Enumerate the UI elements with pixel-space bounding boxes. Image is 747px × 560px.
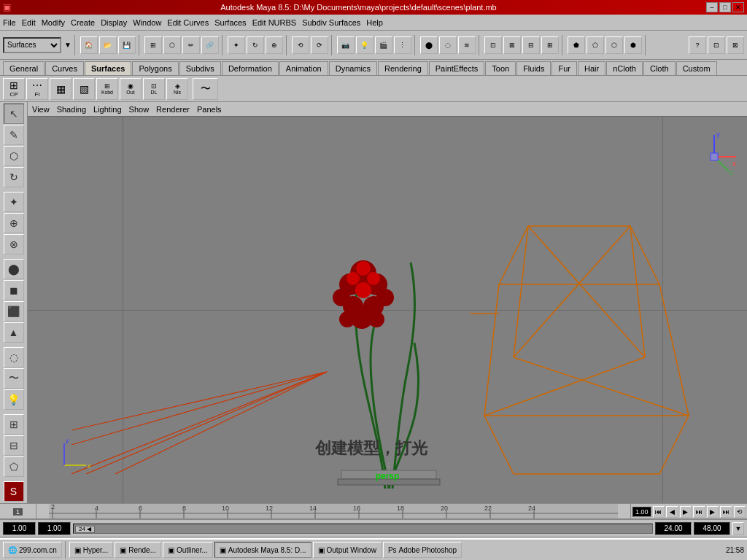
- tb-scale-button[interactable]: ⊕: [266, 36, 283, 54]
- tb-icon6[interactable]: ⬠: [587, 36, 604, 54]
- tl-next-key[interactable]: ⏭: [693, 506, 705, 518]
- range-menu-button[interactable]: ▼: [732, 522, 744, 535]
- lt-scale-button[interactable]: ⊕: [4, 213, 24, 233]
- tab-toon[interactable]: Toon: [485, 61, 516, 75]
- tb2-cp-button[interactable]: ⊞CP: [3, 78, 25, 100]
- taskbar-render[interactable]: ▣ Rende...: [115, 542, 161, 558]
- taskbar-hypershade[interactable]: ▣ Hyper...: [69, 542, 113, 558]
- tb-icon4[interactable]: ⊞: [541, 36, 559, 54]
- lt-cone-button[interactable]: ▲: [4, 322, 24, 343]
- tb-snap-button[interactable]: 🔗: [201, 36, 219, 54]
- tab-fur[interactable]: Fur: [551, 61, 577, 75]
- tab-rendering[interactable]: Rendering: [378, 61, 428, 75]
- viewport[interactable]: ViewShadingLightingShowRendererPanels y …: [28, 102, 747, 503]
- menu-item-file[interactable]: File: [3, 18, 16, 27]
- tab-general[interactable]: General: [3, 61, 44, 75]
- ruler-area[interactable]: 2 4 6 8 10 12 14 16 18 20 22 24: [36, 503, 630, 519]
- menu-item-edit-nurbs[interactable]: Edit NURBS: [252, 18, 297, 27]
- menu-item-edit[interactable]: Edit: [22, 18, 36, 27]
- tl-next-frame[interactable]: ▶: [680, 506, 692, 518]
- tab-hair[interactable]: Hair: [578, 61, 605, 75]
- frame-indicator[interactable]: 24 ◀: [75, 526, 95, 533]
- lt-lasso-button[interactable]: ⬡: [4, 146, 24, 166]
- tab-fluids[interactable]: Fluids: [516, 61, 551, 75]
- tl-prev-frame[interactable]: ◀: [666, 506, 678, 518]
- tab-surfaces[interactable]: Surfaces: [85, 61, 131, 75]
- tb-paint-button[interactable]: ✏: [182, 36, 200, 54]
- tb-grid-button[interactable]: ⋮: [394, 36, 411, 54]
- menu-item-display[interactable]: Display: [101, 18, 127, 27]
- start-button[interactable]: 🌐 299.com.cn: [3, 542, 62, 558]
- timeline-ruler[interactable]: 1 2 4 6 8 10 12 14 16 18 20: [0, 503, 747, 519]
- tb-home-button[interactable]: 🏠: [80, 36, 98, 54]
- minimize-button[interactable]: –: [706, 2, 718, 12]
- vp-menu-lighting[interactable]: Lighting: [93, 105, 122, 114]
- tab-ncloth[interactable]: nCloth: [606, 61, 643, 75]
- tb-icon7[interactable]: ⬡: [605, 36, 623, 54]
- tab-animation[interactable]: Animation: [279, 61, 328, 75]
- vp-menu-shading[interactable]: Shading: [57, 105, 86, 114]
- tb-render-button[interactable]: 🎬: [375, 36, 392, 54]
- tb-icon5[interactable]: ⬟: [568, 36, 585, 54]
- viewport-canvas[interactable]: y x z: [28, 117, 747, 503]
- menu-item-surfaces[interactable]: Surfaces: [214, 18, 246, 27]
- taskbar-outliner[interactable]: ▣ Outliner...: [163, 542, 213, 558]
- lt-script-button[interactable]: S: [4, 481, 24, 502]
- tab-subdivs[interactable]: Subdivs: [179, 61, 221, 75]
- range-start-field[interactable]: 1.00: [3, 522, 36, 535]
- range-end-field[interactable]: 1.00: [38, 522, 71, 535]
- tb-lasso-button[interactable]: ⬡: [163, 36, 181, 54]
- tab-dynamics[interactable]: Dynamics: [329, 61, 377, 75]
- tb-history-button[interactable]: ⟲: [292, 36, 309, 54]
- maximize-button[interactable]: □: [719, 2, 731, 12]
- tab-curves[interactable]: Curves: [45, 61, 84, 75]
- tb-select-button[interactable]: ⊞: [144, 36, 162, 54]
- menu-item-create[interactable]: Create: [71, 18, 95, 27]
- tb-light-button[interactable]: 💡: [356, 36, 374, 54]
- menu-item-window[interactable]: Window: [133, 18, 161, 27]
- tb2-curve-icon[interactable]: 〜: [193, 78, 218, 100]
- tb2-fi-button[interactable]: ⋯FI: [26, 78, 48, 100]
- lt-rotate-button[interactable]: ↻: [4, 167, 24, 187]
- vp-menu-view[interactable]: View: [32, 105, 50, 114]
- menu-item-subdiv-surfaces[interactable]: Subdiv Surfaces: [302, 18, 360, 27]
- tb-right2[interactable]: ⊠: [727, 36, 744, 54]
- lt-light-button[interactable]: 💡: [4, 389, 24, 410]
- tb-redo-button[interactable]: ⟳: [311, 36, 328, 54]
- lt-select-button[interactable]: ↖: [4, 104, 24, 124]
- tb-rotate-button[interactable]: ↻: [247, 36, 264, 54]
- tb-icon8[interactable]: ⬢: [624, 36, 642, 54]
- tab-painteffects[interactable]: PaintEffects: [429, 61, 485, 75]
- menu-item-edit-curves[interactable]: Edit Curves: [167, 18, 209, 27]
- tb-sphere-button[interactable]: ⬤: [420, 36, 438, 54]
- tb-right1[interactable]: ⊡: [708, 36, 725, 54]
- lt-nurbs-button[interactable]: ◌: [4, 347, 24, 368]
- vp-menu-renderer[interactable]: Renderer: [156, 105, 190, 114]
- lt-curve-button[interactable]: 〜: [4, 368, 24, 389]
- tb2-icon4[interactable]: ◉Out: [120, 78, 142, 100]
- tb-nurbs-button[interactable]: ◌: [439, 36, 457, 54]
- tb-icon1[interactable]: ⊡: [484, 36, 502, 54]
- tl-loop-button[interactable]: ⟲: [734, 506, 746, 518]
- lt-sphere-button[interactable]: ⬤: [4, 259, 24, 279]
- menu-item-modify[interactable]: Modify: [42, 18, 65, 27]
- tb-camera-button[interactable]: 📷: [337, 36, 355, 54]
- tl-end-button[interactable]: ⏭: [720, 506, 732, 518]
- lt-grid-button[interactable]: ⊞: [4, 414, 24, 435]
- tb2-icon6[interactable]: ◈Nis: [166, 78, 188, 100]
- lt-cylinder-button[interactable]: ⬛: [4, 301, 24, 322]
- vp-menu-show[interactable]: Show: [129, 105, 150, 114]
- taskbar-photoshop[interactable]: Ps Adobe Photoshop: [383, 542, 462, 558]
- menu-item-help[interactable]: Help: [366, 18, 383, 27]
- tb2-icon5[interactable]: ⊡DL: [143, 78, 165, 100]
- taskbar-output[interactable]: ▣ Output Window: [313, 542, 382, 558]
- lt-paint-button[interactable]: ✎: [4, 125, 24, 145]
- tb-help-icon[interactable]: ?: [689, 36, 706, 54]
- tl-play-button[interactable]: ▶: [707, 506, 719, 518]
- lt-cube-button[interactable]: ◼: [4, 280, 24, 300]
- tab-deformation[interactable]: Deformation: [222, 61, 279, 75]
- mode-select[interactable]: SurfacesPolygonsCurvesAnimationDynamics: [3, 37, 61, 53]
- anim-end-field[interactable]: 48.00: [694, 522, 730, 535]
- anim-start-field[interactable]: 24.00: [655, 522, 692, 535]
- tb-save-button[interactable]: 💾: [118, 36, 136, 54]
